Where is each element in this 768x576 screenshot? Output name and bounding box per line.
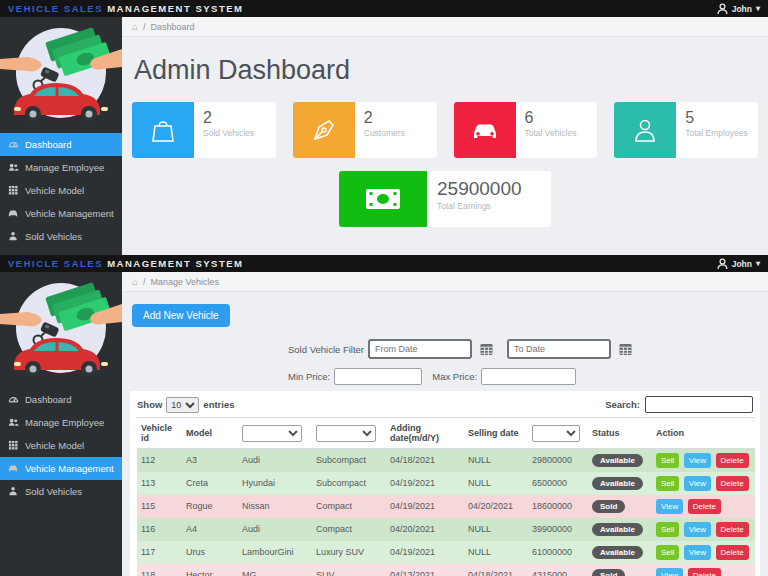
delete-button[interactable]: Delete	[688, 499, 721, 514]
dashboard-icon	[8, 394, 19, 405]
calendar-icon[interactable]	[480, 343, 493, 356]
view-button[interactable]: View	[684, 453, 711, 468]
delete-button[interactable]: Delete	[716, 476, 749, 491]
view-button[interactable]: View	[656, 499, 683, 514]
cell-selling-date: NULL	[464, 518, 528, 541]
stat-card-sold-vehicles: 2Sold Vehicles	[132, 102, 276, 158]
cell-price: 6500000	[528, 472, 588, 495]
search-control: Search:	[605, 396, 753, 413]
stat-iconbox	[293, 102, 355, 158]
sold-vehicle-filter-label: Sold Vehicle Filter	[288, 344, 364, 355]
user-icon	[717, 258, 728, 269]
cell-brand: MG	[238, 564, 312, 576]
delete-button[interactable]: Delete	[688, 568, 721, 576]
price-filter-select[interactable]	[532, 425, 580, 442]
user-menu[interactable]: John ▾	[717, 3, 760, 14]
col-model[interactable]: Model	[182, 418, 238, 449]
grid-icon	[8, 185, 19, 196]
max-price-input[interactable]	[481, 368, 576, 385]
cell-adding-date: 04/19/2021	[386, 541, 464, 564]
cell-selling-date: NULL	[464, 541, 528, 564]
sidebar-item-manage-employee[interactable]: Manage Employee	[0, 156, 122, 179]
cell-type: Compact	[312, 518, 386, 541]
users-icon	[8, 162, 19, 173]
cell-price: 61000000	[528, 541, 588, 564]
add-new-vehicle-button[interactable]: Add New Vehicle	[132, 304, 230, 327]
search-label: Search:	[605, 399, 640, 410]
cell-vehicle-id: 117	[137, 541, 182, 564]
from-date-input[interactable]	[368, 339, 472, 359]
type-filter-select[interactable]	[316, 425, 376, 442]
col-selling-date[interactable]: Selling date	[464, 418, 528, 449]
person-icon	[8, 486, 19, 497]
price-filter-row: Min Price: Max Price:	[288, 368, 760, 385]
table-header-row: Vehicle id Model Adding date(m/d/Y) Sell…	[137, 418, 755, 449]
table-row: 113 Creta Hyundai Subcompact 04/19/2021 …	[137, 472, 755, 495]
view-button[interactable]: View	[684, 476, 711, 491]
vehicles-table: Vehicle id Model Adding date(m/d/Y) Sell…	[137, 417, 755, 576]
to-date-input[interactable]	[507, 339, 611, 359]
person-icon	[632, 117, 658, 143]
breadcrumb-separator: /	[143, 277, 146, 287]
stat-cards: 2Sold Vehicles 2Customers	[132, 102, 758, 158]
sold-vehicle-filter-row: Sold Vehicle Filter	[288, 339, 760, 359]
table-row: 115 Rogue Nissan Compact 04/19/2021 04/2…	[137, 495, 755, 518]
brand-logo	[0, 17, 122, 133]
sidebar-item-label: Sold Vehicles	[25, 231, 82, 242]
stat-iconbox	[339, 171, 427, 227]
cell-price: 29800000	[528, 449, 588, 472]
car-icon	[8, 463, 19, 474]
sidebar-item-label: Vehicle Management	[25, 463, 114, 474]
status-badge: Available	[592, 523, 643, 536]
car-icon	[8, 208, 19, 219]
app-title: VEHICLE SALES MANAGEMENT SYSTEM	[8, 3, 243, 14]
sidebar-item-vehicle-model[interactable]: Vehicle Model	[0, 434, 122, 457]
sidebar-item-label: Vehicle Model	[25, 185, 84, 196]
sidebar-item-sold-vehicles[interactable]: Sold Vehicles	[0, 480, 122, 503]
user-menu[interactable]: John ▾	[717, 258, 760, 269]
sell-button[interactable]: Sell	[656, 545, 679, 560]
view-button[interactable]: View	[684, 545, 711, 560]
cell-model: Urus	[182, 541, 238, 564]
stat-value: 25900000	[437, 178, 522, 200]
sidebar-item-vehicle-management[interactable]: Vehicle Management	[0, 202, 122, 225]
col-vehicle-id[interactable]: Vehicle id	[137, 418, 182, 449]
stat-card-total-earnings: 25900000Total Earnings	[339, 171, 551, 227]
home-icon[interactable]: ⌂	[132, 276, 138, 287]
sell-button[interactable]: Sell	[656, 476, 679, 491]
col-action[interactable]: Action	[652, 418, 755, 449]
sidebar-item-manage-employee[interactable]: Manage Employee	[0, 411, 122, 434]
status-badge: Available	[592, 454, 643, 467]
calendar-icon[interactable]	[619, 343, 632, 356]
sidebar-item-dashboard[interactable]: Dashboard	[0, 388, 122, 411]
page-size-select[interactable]: 10	[166, 397, 199, 413]
sell-button[interactable]: Sell	[656, 453, 679, 468]
view-button[interactable]: View	[656, 568, 683, 576]
delete-button[interactable]: Delete	[716, 453, 749, 468]
delete-button[interactable]: Delete	[716, 545, 749, 560]
pen-nib-icon	[311, 117, 337, 143]
min-price-input[interactable]	[334, 368, 422, 385]
brand-logo	[0, 272, 122, 388]
users-icon	[8, 417, 19, 428]
cell-price: 39900000	[528, 518, 588, 541]
manage-vehicles-screen: VEHICLE SALES MANAGEMENT SYSTEM John ▾ D…	[0, 255, 768, 576]
col-adding-date[interactable]: Adding date(m/d/Y)	[386, 418, 464, 449]
brand-filter-select[interactable]	[242, 425, 302, 442]
money-bill-icon	[365, 184, 401, 214]
search-input[interactable]	[645, 396, 753, 413]
screenshot-stack: VEHICLE SALES MANAGEMENT SYSTEM John ▾ D…	[0, 0, 768, 576]
sell-button[interactable]: Sell	[656, 522, 679, 537]
home-icon[interactable]: ⌂	[132, 21, 138, 32]
sidebar-item-label: Dashboard	[25, 139, 71, 150]
view-button[interactable]: View	[684, 522, 711, 537]
sidebar-item-vehicle-model[interactable]: Vehicle Model	[0, 179, 122, 202]
grid-icon	[8, 440, 19, 451]
col-status[interactable]: Status	[588, 418, 652, 449]
sidebar-item-vehicle-management[interactable]: Vehicle Management	[0, 457, 122, 480]
sidebar-item-sold-vehicles[interactable]: Sold Vehicles	[0, 225, 122, 248]
cell-brand: LambourGini	[238, 541, 312, 564]
delete-button[interactable]: Delete	[716, 522, 749, 537]
user-name: John	[732, 259, 752, 269]
sidebar-item-dashboard[interactable]: Dashboard	[0, 133, 122, 156]
